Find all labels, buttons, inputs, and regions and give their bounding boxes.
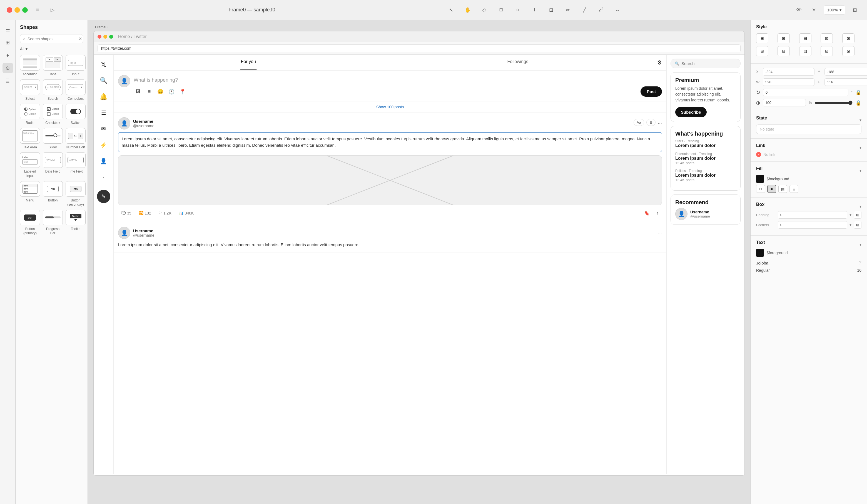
shape-tooltip[interactable]: Tooltip Tooltip bbox=[66, 210, 86, 236]
twitter-bell-icon[interactable]: 🔔 bbox=[98, 91, 109, 103]
twitter-search-bar[interactable]: 🔍 bbox=[671, 58, 740, 68]
x-input[interactable] bbox=[763, 68, 814, 76]
compose-input[interactable]: What is happening? bbox=[133, 75, 662, 83]
nav-assets-icon[interactable]: ≣ bbox=[2, 76, 13, 86]
fill-color-swatch[interactable] bbox=[756, 175, 764, 183]
nav-components-icon[interactable]: ⊞ bbox=[2, 37, 13, 48]
shape-checkbox[interactable]: ✓ Check Check Checkbox bbox=[43, 104, 63, 125]
style-btn-9[interactable]: ⊠ bbox=[842, 46, 855, 56]
shape-number-edit[interactable]: − 42 + Number Edit bbox=[66, 128, 86, 150]
shape-slider[interactable]: Slider bbox=[43, 128, 63, 150]
tweet-share-icon-0[interactable]: ↑ bbox=[653, 209, 662, 217]
browser-dot-green[interactable] bbox=[109, 35, 113, 39]
line-tool[interactable]: ╱ bbox=[579, 5, 589, 15]
shape-labeled-input[interactable]: Label text LabeledInput bbox=[20, 152, 40, 178]
twitter-profile-icon[interactable]: 👤 bbox=[98, 155, 109, 167]
shapes-search-input[interactable] bbox=[28, 37, 76, 41]
style-btn-1[interactable]: ⊟ bbox=[778, 33, 790, 43]
twitter-compose-button[interactable]: ✎ bbox=[97, 190, 110, 203]
link-chevron-icon[interactable]: ▾ bbox=[859, 145, 861, 150]
frame-tool[interactable]: ◇ bbox=[479, 5, 489, 15]
font-help-icon[interactable]: ? bbox=[859, 260, 861, 266]
show-posts-bar[interactable]: Show 100 posts bbox=[114, 101, 666, 113]
shape-progress-bar[interactable]: ProgressBar bbox=[43, 210, 63, 236]
shape-input[interactable]: Input Input bbox=[66, 55, 86, 77]
shape-button-secondary[interactable]: btn Button(seconday) bbox=[66, 181, 86, 207]
panels-icon[interactable]: ⊞ bbox=[850, 5, 860, 15]
tweet-reply-action-0[interactable]: 💬 35 bbox=[118, 209, 134, 217]
style-btn-3[interactable]: ⊡ bbox=[821, 33, 833, 43]
padding-chevron-icon[interactable]: ▾ bbox=[849, 213, 852, 217]
sun-icon[interactable]: ☀ bbox=[809, 5, 819, 15]
clear-search-icon[interactable]: ✕ bbox=[78, 36, 82, 41]
opacity-slider[interactable] bbox=[814, 100, 853, 105]
twitter-search-nav-icon[interactable]: 🔍 bbox=[98, 75, 109, 86]
shape-switch[interactable]: Switch bbox=[66, 104, 86, 125]
shape-tabs[interactable]: Tab Tab Tabs bbox=[43, 55, 63, 77]
url-bar[interactable]: https://twitter.com bbox=[98, 44, 740, 52]
text-chevron-icon[interactable]: ▾ bbox=[859, 242, 861, 247]
style-btn-4[interactable]: ⊠ bbox=[842, 33, 855, 43]
twitter-logo-icon[interactable]: 𝕏 bbox=[98, 58, 109, 70]
shape-combobox[interactable]: Combo▾ Combobox bbox=[66, 79, 86, 101]
twitter-mail-icon[interactable]: ✉ bbox=[98, 123, 109, 135]
tweet-views-action-0[interactable]: 📊 340K bbox=[176, 209, 197, 217]
format-font-button[interactable]: Aa bbox=[634, 119, 644, 126]
opacity-input[interactable] bbox=[763, 99, 806, 106]
shape-date-field[interactable]: YY/MM Date Field bbox=[43, 152, 63, 178]
browser-dot-yellow[interactable] bbox=[103, 35, 107, 39]
fill-pattern-solid[interactable]: □ bbox=[756, 185, 765, 193]
style-btn-7[interactable]: ▤ bbox=[799, 46, 811, 56]
box-chevron-icon[interactable]: ▾ bbox=[859, 204, 861, 209]
preview-icon[interactable]: 👁 bbox=[794, 5, 804, 15]
traffic-light-yellow[interactable] bbox=[14, 7, 20, 13]
link-remove-icon[interactable]: ✕ bbox=[756, 152, 761, 157]
style-btn-6[interactable]: ⊟ bbox=[778, 46, 790, 56]
state-select[interactable]: No state bbox=[756, 125, 861, 134]
shape-button[interactable]: btn Button bbox=[43, 181, 63, 207]
style-btn-8[interactable]: ⊡ bbox=[821, 46, 833, 56]
browser-dot-red[interactable] bbox=[98, 35, 101, 39]
tweet-like-action-0[interactable]: ♡ 1.2K bbox=[156, 209, 174, 217]
tweet-bookmark-icon-0[interactable]: 🔖 bbox=[642, 209, 651, 217]
image-tool[interactable]: ⊡ bbox=[546, 5, 556, 15]
canvas-area[interactable]: Frame0 Home / Twitter https://twitter.co… bbox=[88, 20, 750, 504]
text-color-swatch[interactable] bbox=[756, 249, 764, 257]
settings-icon[interactable]: ⚙ bbox=[652, 55, 666, 70]
twitter-search-input[interactable] bbox=[681, 61, 736, 66]
compose-location-icon[interactable]: 📍 bbox=[178, 87, 187, 96]
pen-tool[interactable]: 🖊 bbox=[596, 5, 606, 15]
style-btn-5[interactable]: ⊞ bbox=[756, 46, 768, 56]
nav-menu-icon[interactable]: ☰ bbox=[2, 24, 13, 35]
y-input[interactable] bbox=[824, 68, 867, 76]
state-chevron-icon[interactable]: ▾ bbox=[859, 118, 861, 122]
shapes-search-bar[interactable]: ⌕ ✕ bbox=[20, 34, 83, 43]
twitter-lists-icon[interactable]: ☰ bbox=[98, 107, 109, 119]
fill-pattern-filled[interactable]: ■ bbox=[767, 185, 776, 193]
tab-for-you[interactable]: For you bbox=[114, 55, 383, 70]
shape-select[interactable]: Select▾ Select bbox=[20, 79, 40, 101]
compose-list-icon[interactable]: ≡ bbox=[145, 87, 154, 96]
twitter-more-icon[interactable]: ··· bbox=[98, 171, 109, 183]
tweet-retweet-action-0[interactable]: 🔁 132 bbox=[136, 209, 154, 217]
compose-image-icon[interactable]: 🖼 bbox=[133, 87, 142, 96]
zoom-control[interactable]: 100% ▾ bbox=[824, 6, 845, 14]
eraser-tool[interactable]: ～ bbox=[613, 5, 623, 15]
hand-tool[interactable]: ✋ bbox=[463, 5, 473, 15]
shape-time-field[interactable]: AM/PM Time Field bbox=[66, 152, 86, 178]
tweet-more-icon-1[interactable]: ··· bbox=[658, 230, 662, 236]
compose-schedule-icon[interactable]: 🕐 bbox=[167, 87, 176, 96]
sidebar-toggle-icon[interactable]: ≡ bbox=[32, 5, 43, 15]
ellipse-tool[interactable]: ○ bbox=[513, 5, 523, 15]
subscribe-button[interactable]: Subscribe bbox=[675, 107, 707, 117]
select-tool[interactable]: ↖ bbox=[446, 5, 456, 15]
rect-tool[interactable]: □ bbox=[496, 5, 506, 15]
twitter-feed[interactable]: For you Followings ⚙ 👤 What is happening… bbox=[114, 55, 667, 474]
shape-menu[interactable]: Item Item Item Menu bbox=[20, 181, 40, 207]
padding-corner-button[interactable]: ⊞ bbox=[854, 211, 861, 219]
filter-button[interactable]: All ▾ bbox=[20, 47, 28, 51]
pencil-tool[interactable]: ✏ bbox=[563, 5, 573, 15]
rotation-input[interactable] bbox=[763, 89, 848, 96]
text-tool[interactable]: T bbox=[529, 5, 539, 15]
shape-button-primary[interactable]: btn Button(primary) bbox=[20, 210, 40, 236]
